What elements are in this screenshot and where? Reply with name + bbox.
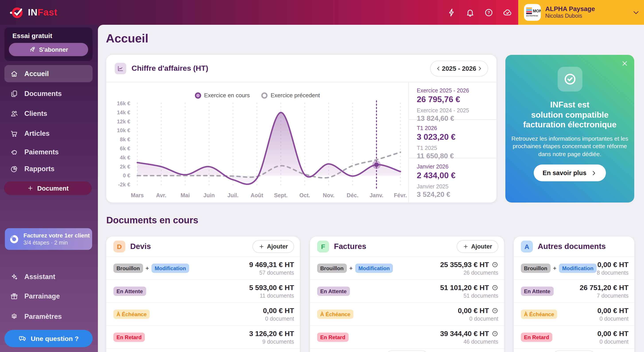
company-name: ALPHA Paysage bbox=[545, 5, 595, 13]
row-totals: 0,00 € HT0 document bbox=[597, 307, 628, 322]
sidebar-item-paiements[interactable]: Paiements bbox=[4, 143, 92, 161]
legend-previous-exercise[interactable]: Exercice précedent bbox=[261, 92, 320, 99]
doc-status-row[interactable]: En Attente26 751,20 € HT7 documents bbox=[514, 280, 634, 303]
doc-status-row[interactable]: Brouillon+Modification9 469,31 € HT57 do… bbox=[106, 257, 300, 280]
new-document-button[interactable]: Document bbox=[4, 181, 92, 195]
svg-text:0 €: 0 € bbox=[123, 173, 130, 178]
sidebar-item-label: Parrainage bbox=[24, 292, 60, 300]
revenue-card-header: Chiffre d'affaires (HT) 2025 - 2026 bbox=[106, 55, 496, 82]
info-question-icon[interactable]: ? bbox=[492, 307, 498, 314]
info-question-icon[interactable]: ? bbox=[492, 261, 498, 268]
sidebar-item-label: Accueil bbox=[24, 70, 49, 78]
support-question-button[interactable]: ? Une question ? bbox=[4, 330, 92, 347]
sidebar-item-parametres[interactable]: Paramètres bbox=[4, 308, 92, 325]
piggy-icon bbox=[10, 148, 18, 156]
plus-separator: + bbox=[553, 265, 556, 272]
doc-type-badge: A bbox=[521, 241, 533, 252]
cloud-sync-icon[interactable] bbox=[503, 7, 512, 17]
plus-separator: + bbox=[349, 265, 352, 272]
sidebar: Essai gratuit S'abonner AccueilDocuments… bbox=[0, 25, 98, 352]
sidebar-item-label: Rapports bbox=[24, 165, 54, 173]
gear-icon bbox=[10, 312, 18, 320]
close-icon[interactable] bbox=[621, 60, 628, 67]
doc-status-row[interactable]: En Retard39 344,40 € HT?46 documents bbox=[310, 326, 504, 349]
revenue-card-title: Chiffre d'affaires (HT) bbox=[132, 64, 208, 73]
sidebar-item-clients[interactable]: Clients bbox=[4, 105, 92, 122]
svg-text:Déc.: Déc. bbox=[347, 192, 358, 198]
flash-icon[interactable] bbox=[447, 8, 456, 17]
status-badge-modif: Modification bbox=[152, 264, 189, 273]
subscribe-button[interactable]: S'abonner bbox=[9, 43, 88, 56]
trial-title: Essai gratuit bbox=[9, 32, 88, 39]
row-totals: 25 355,93 € HT?26 documents bbox=[440, 261, 498, 276]
doc-card-header: DDevisAjouter bbox=[106, 237, 300, 257]
row-amount: 39 344,40 € HT? bbox=[440, 330, 498, 338]
legend-current-exercise[interactable]: Exercice en cours bbox=[195, 92, 250, 99]
period-label: 2025 - 2026 bbox=[442, 65, 476, 72]
learn-more-button[interactable]: En savoir plus bbox=[534, 165, 606, 181]
cut-off-button[interactable] bbox=[386, 350, 428, 352]
doc-status-row[interactable]: À Échéance0,00 € HT0 document bbox=[106, 303, 300, 326]
info-question-icon[interactable]: ? bbox=[492, 330, 498, 337]
onboarding-progress-card[interactable]: Facturez votre 1er client 3/4 étapes · 2… bbox=[5, 228, 92, 250]
doc-card-header: FFacturesAjouter bbox=[310, 237, 504, 257]
help-icon[interactable]: ? bbox=[484, 8, 494, 17]
gift-icon bbox=[10, 292, 18, 300]
pie-icon bbox=[10, 165, 18, 173]
info-question-icon[interactable]: ? bbox=[492, 284, 498, 291]
row-amount: 0,00 € HT bbox=[263, 307, 294, 315]
stat-month: Janvier 2026 2 434,00 € Janvier 2025 3 5… bbox=[409, 158, 496, 202]
doc-card-header: AAutres documents bbox=[514, 237, 634, 257]
sidebar-item-accueil[interactable]: Accueil bbox=[4, 65, 92, 82]
doc-status-row[interactable]: À Échéance0,00 € HT0 document bbox=[514, 303, 634, 326]
sidebar-item-documents[interactable]: Documents bbox=[4, 85, 92, 102]
main-content: Accueil Chiffre d'affaires (HT) 2025 - 2… bbox=[98, 25, 644, 352]
status-badge-due: À Échéance bbox=[521, 310, 557, 319]
account-menu[interactable]: MON ENTREPRISE ALPHA Paysage Nicolas Dub… bbox=[518, 0, 644, 25]
brand-name: INFast bbox=[28, 7, 57, 18]
sidebar-item-articles[interactable]: Articles bbox=[4, 125, 92, 142]
cut-off-button[interactable] bbox=[553, 350, 595, 352]
chart-line-icon-box bbox=[115, 63, 126, 74]
sidebar-item-rapports[interactable]: Rapports bbox=[4, 160, 92, 177]
row-doc-count: 0 document bbox=[597, 339, 628, 345]
sidebar-item-parrainage[interactable]: Parrainage bbox=[4, 287, 92, 305]
cart-icon bbox=[10, 129, 18, 137]
doc-status-row[interactable]: Brouillon+Modification25 355,93 € HT?26 … bbox=[310, 257, 504, 280]
einvoicing-promo-card: INFast est solution compatible facturati… bbox=[505, 55, 634, 202]
chat-bubbles-icon: ? bbox=[18, 334, 27, 343]
sidebar-item-assistant[interactable]: Assistant bbox=[4, 268, 92, 285]
onboarding-title: Facturez votre 1er client bbox=[24, 232, 90, 239]
chart-legend: Exercice en cours Exercice précedent bbox=[106, 92, 408, 99]
doc-status-row[interactable]: En Retard0,00 € HT0 document bbox=[514, 326, 634, 349]
add-devis-button[interactable]: Ajouter bbox=[252, 240, 294, 253]
svg-text:Août: Août bbox=[251, 192, 264, 198]
doc-status-row[interactable]: Brouillon+Modification0,00 € HT8 documen… bbox=[514, 257, 634, 280]
chevron-left-icon[interactable] bbox=[436, 65, 442, 71]
row-doc-count: 9 documents bbox=[249, 339, 294, 345]
doc-type-badge: D bbox=[114, 241, 125, 252]
chevron-down-icon[interactable] bbox=[632, 8, 640, 16]
row-totals: 3 126,20 € HT9 documents bbox=[249, 330, 294, 345]
doc-status-row[interactable]: À Échéance0,00 € HT?0 document bbox=[310, 303, 504, 326]
add-factures-button[interactable]: Ajouter bbox=[457, 240, 498, 253]
bell-icon[interactable] bbox=[466, 8, 475, 17]
revenue-card: Chiffre d'affaires (HT) 2025 - 2026 Exer… bbox=[106, 55, 496, 202]
status-badge-draft: Brouillon bbox=[114, 264, 143, 273]
sidebar-item-label: Articles bbox=[24, 129, 50, 137]
topbar-actions: ? bbox=[447, 0, 512, 25]
doc-type-badge: F bbox=[317, 241, 329, 252]
infast-logo[interactable]: INFast bbox=[0, 5, 57, 19]
doc-status-row[interactable]: En Retard3 126,20 € HT9 documents bbox=[106, 326, 300, 349]
svg-text:8k €: 8k € bbox=[120, 136, 130, 142]
svg-text:-2k €: -2k € bbox=[118, 181, 130, 187]
svg-text:Juil.: Juil. bbox=[228, 192, 238, 198]
chevron-right-icon[interactable] bbox=[476, 65, 483, 71]
sidebar-item-label: Documents bbox=[24, 90, 62, 98]
period-selector[interactable]: 2025 - 2026 bbox=[430, 60, 488, 76]
status-badge-late: En Retard bbox=[317, 333, 348, 342]
doc-status-row[interactable]: En Attente5 593,00 € HT11 documents bbox=[106, 280, 300, 303]
doc-status-row[interactable]: En Attente51 101,20 € HT?51 documents bbox=[310, 280, 504, 303]
plus-icon bbox=[27, 185, 34, 191]
doc-card-factures: FFacturesAjouterBrouillon+Modification25… bbox=[310, 237, 504, 352]
